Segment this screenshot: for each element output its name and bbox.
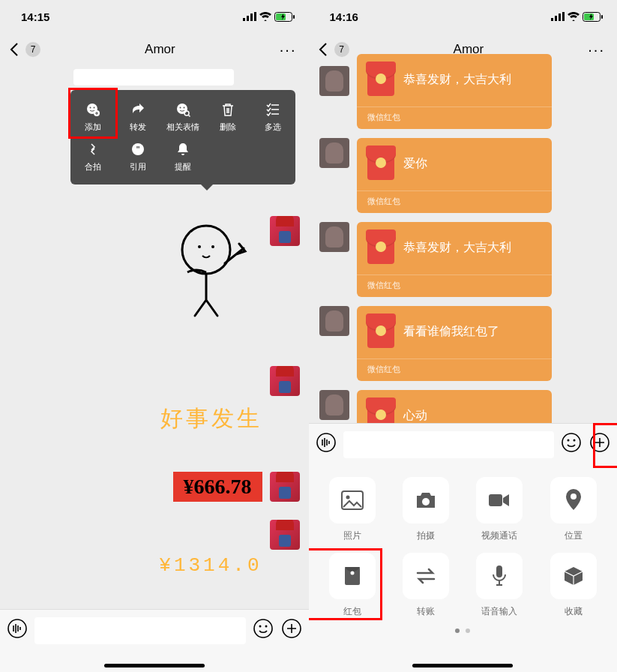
status-bar: 14:16 [309, 0, 618, 33]
ctx-multiselect[interactable]: 多选 [250, 98, 295, 137]
emoji-icon[interactable] [252, 617, 274, 640]
avatar[interactable] [319, 390, 349, 420]
svg-point-20 [8, 620, 26, 638]
svg-point-9 [94, 107, 95, 109]
cube-icon [563, 566, 584, 586]
chat-title: Amor [145, 42, 175, 57]
camera-icon [415, 490, 437, 510]
mic-icon [492, 565, 507, 587]
ctx-duet[interactable]: 合拍 [70, 137, 115, 177]
message-row: 好事发生 [9, 404, 262, 434]
svg-rect-44 [496, 566, 502, 578]
ctx-add-emoji[interactable]: 添加 [70, 98, 115, 137]
attach-voiceinput[interactable]: 语音输入 [468, 553, 531, 618]
redpacket-icon [367, 63, 394, 96]
more-icon[interactable]: ··· [588, 41, 611, 58]
attach-photo[interactable]: 照片 [321, 477, 384, 542]
more-icon[interactable]: ··· [280, 41, 303, 58]
attach-videocall[interactable]: 视频通话 [468, 477, 531, 542]
ctx-remind[interactable]: 提醒 [160, 137, 205, 177]
message-row: ¥1314.0 [9, 554, 262, 577]
redpacket-card[interactable]: 看看谁偷我红包了 微信红包 [357, 306, 552, 381]
trash-icon [220, 102, 235, 117]
avatar[interactable] [319, 306, 349, 336]
svg-point-41 [571, 494, 577, 500]
voice-icon[interactable] [315, 431, 337, 454]
redpacket-row[interactable]: 恭喜发财，大吉大利 微信红包 [319, 66, 609, 129]
svg-rect-3 [254, 12, 256, 21]
ctx-quote[interactable]: " 引用 [115, 137, 160, 177]
input-bar [309, 423, 618, 466]
redpacket-card[interactable]: 恭喜发财，大吉大利 微信红包 [357, 222, 552, 297]
smile-plus-icon [85, 102, 100, 117]
avatar[interactable] [319, 222, 349, 252]
svg-point-23 [265, 626, 267, 628]
avatar[interactable] [270, 520, 300, 550]
status-time: 14:15 [21, 10, 49, 23]
sticker-price[interactable]: ¥666.78 [173, 472, 262, 502]
message-input[interactable] [34, 617, 246, 644]
ctx-forward[interactable]: 转发 [115, 98, 160, 137]
back-icon[interactable] [315, 40, 333, 58]
redpacket-row[interactable]: 爱你 微信红包 [319, 138, 609, 213]
back-icon[interactable] [6, 40, 24, 58]
attach-location[interactable]: 位置 [542, 477, 605, 542]
ctx-label: 合拍 [85, 161, 101, 172]
voice-icon[interactable] [6, 617, 28, 640]
svg-point-12 [180, 107, 181, 109]
attach-label: 照片 [343, 530, 361, 542]
unread-badge: 7 [25, 42, 40, 57]
sticker-price[interactable]: ¥1314.0 [159, 554, 262, 577]
signal-icon [551, 12, 565, 21]
attach-transfer[interactable]: 转账 [394, 553, 457, 618]
message-row [9, 216, 300, 321]
plus-icon[interactable] [280, 617, 303, 640]
status-time: 14:16 [330, 10, 358, 23]
attach-label: 拍摄 [417, 530, 435, 542]
redpacket-card[interactable]: 爱你 微信红包 [357, 138, 552, 213]
svg-rect-40 [489, 494, 502, 506]
svg-point-33 [562, 434, 580, 452]
duet-icon [85, 142, 100, 157]
attach-redpacket[interactable]: 红包 [321, 553, 384, 618]
avatar[interactable] [270, 216, 300, 246]
message-input[interactable] [343, 431, 555, 458]
location-icon [565, 489, 583, 512]
list-check-icon [265, 102, 280, 117]
avatar[interactable] [270, 366, 300, 396]
redpacket-card[interactable]: 恭喜发财，大吉大利 微信红包 [357, 54, 552, 129]
svg-point-18 [198, 245, 201, 248]
redpacket-icon [367, 231, 394, 264]
svg-rect-30 [584, 14, 594, 20]
svg-rect-0 [243, 18, 245, 21]
attach-camera[interactable]: 拍摄 [394, 477, 457, 542]
redpacket-source: 微信红包 [357, 106, 552, 129]
redpacket-row[interactable]: 恭喜发财，大吉大利 微信红包 [319, 222, 609, 297]
redpacket-small-icon [343, 566, 361, 586]
sticker-text[interactable]: 好事发生 [160, 404, 262, 434]
attach-favorites[interactable]: 收藏 [542, 553, 605, 618]
avatar[interactable] [319, 138, 349, 168]
ctx-related-emoji[interactable]: 相关表情 [160, 98, 205, 137]
ctx-label: 提醒 [175, 161, 191, 172]
ctx-delete[interactable]: 删除 [205, 98, 250, 137]
bell-icon [175, 142, 190, 157]
avatar[interactable] [319, 66, 349, 96]
bubble-placeholder [73, 69, 234, 86]
svg-rect-31 [601, 15, 603, 19]
redpacket-title: 恭喜发财，大吉大利 [403, 240, 511, 256]
emoji-icon[interactable] [560, 431, 583, 454]
redpacket-row[interactable]: 看看谁偷我红包了 微信红包 [319, 306, 609, 381]
redpacket-title: 看看谁偷我红包了 [403, 324, 499, 340]
avatar[interactable] [270, 472, 300, 502]
svg-point-11 [177, 104, 187, 114]
sticker-image[interactable] [157, 216, 262, 321]
attach-label: 收藏 [565, 605, 583, 618]
redpacket-title: 恭喜发财，大吉大利 [403, 72, 511, 88]
wifi-icon [568, 12, 580, 21]
ctx-label: 引用 [130, 161, 146, 172]
attach-label: 语音输入 [481, 605, 517, 618]
ctx-label: 删除 [220, 122, 236, 133]
svg-point-39 [422, 498, 430, 506]
page-indicator [321, 628, 606, 633]
